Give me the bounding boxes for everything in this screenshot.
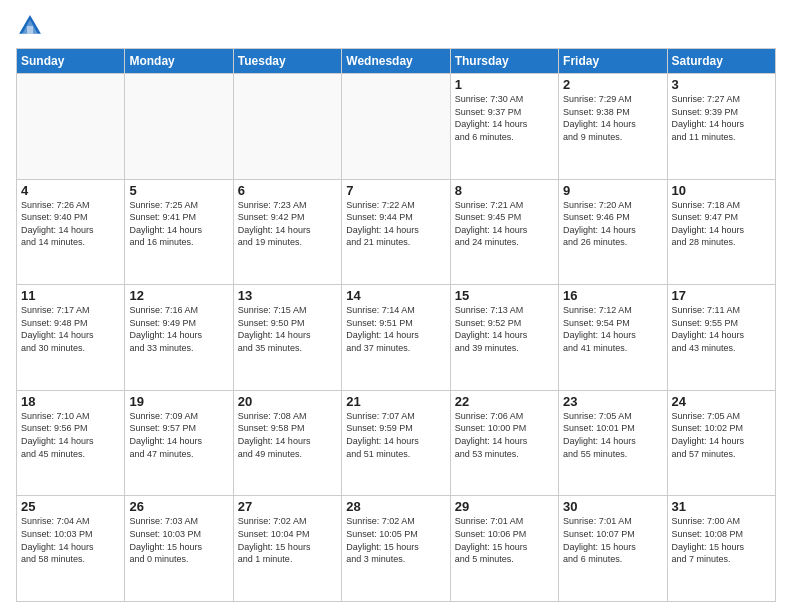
day-cell: 19Sunrise: 7:09 AM Sunset: 9:57 PM Dayli…	[125, 390, 233, 496]
day-cell	[233, 74, 341, 180]
day-number: 15	[455, 288, 554, 303]
day-number: 10	[672, 183, 771, 198]
weekday-tuesday: Tuesday	[233, 49, 341, 74]
day-cell: 11Sunrise: 7:17 AM Sunset: 9:48 PM Dayli…	[17, 285, 125, 391]
day-cell: 21Sunrise: 7:07 AM Sunset: 9:59 PM Dayli…	[342, 390, 450, 496]
day-info: Sunrise: 7:04 AM Sunset: 10:03 PM Daylig…	[21, 515, 120, 565]
day-cell: 13Sunrise: 7:15 AM Sunset: 9:50 PM Dayli…	[233, 285, 341, 391]
day-info: Sunrise: 7:00 AM Sunset: 10:08 PM Daylig…	[672, 515, 771, 565]
day-cell: 6Sunrise: 7:23 AM Sunset: 9:42 PM Daylig…	[233, 179, 341, 285]
day-number: 7	[346, 183, 445, 198]
weekday-monday: Monday	[125, 49, 233, 74]
day-cell: 1Sunrise: 7:30 AM Sunset: 9:37 PM Daylig…	[450, 74, 558, 180]
day-cell: 18Sunrise: 7:10 AM Sunset: 9:56 PM Dayli…	[17, 390, 125, 496]
day-info: Sunrise: 7:30 AM Sunset: 9:37 PM Dayligh…	[455, 93, 554, 143]
day-cell: 5Sunrise: 7:25 AM Sunset: 9:41 PM Daylig…	[125, 179, 233, 285]
day-info: Sunrise: 7:25 AM Sunset: 9:41 PM Dayligh…	[129, 199, 228, 249]
day-info: Sunrise: 7:11 AM Sunset: 9:55 PM Dayligh…	[672, 304, 771, 354]
day-cell: 12Sunrise: 7:16 AM Sunset: 9:49 PM Dayli…	[125, 285, 233, 391]
day-number: 27	[238, 499, 337, 514]
day-number: 4	[21, 183, 120, 198]
day-info: Sunrise: 7:14 AM Sunset: 9:51 PM Dayligh…	[346, 304, 445, 354]
header	[16, 12, 776, 40]
day-cell: 28Sunrise: 7:02 AM Sunset: 10:05 PM Dayl…	[342, 496, 450, 602]
svg-rect-2	[27, 26, 33, 34]
logo	[16, 12, 48, 40]
day-cell: 8Sunrise: 7:21 AM Sunset: 9:45 PM Daylig…	[450, 179, 558, 285]
day-number: 28	[346, 499, 445, 514]
weekday-friday: Friday	[559, 49, 667, 74]
day-info: Sunrise: 7:10 AM Sunset: 9:56 PM Dayligh…	[21, 410, 120, 460]
week-row-1: 1Sunrise: 7:30 AM Sunset: 9:37 PM Daylig…	[17, 74, 776, 180]
day-number: 5	[129, 183, 228, 198]
day-number: 20	[238, 394, 337, 409]
day-info: Sunrise: 7:23 AM Sunset: 9:42 PM Dayligh…	[238, 199, 337, 249]
day-info: Sunrise: 7:15 AM Sunset: 9:50 PM Dayligh…	[238, 304, 337, 354]
day-number: 21	[346, 394, 445, 409]
weekday-saturday: Saturday	[667, 49, 775, 74]
day-info: Sunrise: 7:16 AM Sunset: 9:49 PM Dayligh…	[129, 304, 228, 354]
day-number: 6	[238, 183, 337, 198]
page: SundayMondayTuesdayWednesdayThursdayFrid…	[0, 0, 792, 612]
day-cell: 31Sunrise: 7:00 AM Sunset: 10:08 PM Dayl…	[667, 496, 775, 602]
day-cell	[125, 74, 233, 180]
day-info: Sunrise: 7:26 AM Sunset: 9:40 PM Dayligh…	[21, 199, 120, 249]
day-number: 29	[455, 499, 554, 514]
day-number: 9	[563, 183, 662, 198]
day-info: Sunrise: 7:13 AM Sunset: 9:52 PM Dayligh…	[455, 304, 554, 354]
weekday-thursday: Thursday	[450, 49, 558, 74]
day-number: 12	[129, 288, 228, 303]
day-number: 3	[672, 77, 771, 92]
day-cell: 2Sunrise: 7:29 AM Sunset: 9:38 PM Daylig…	[559, 74, 667, 180]
weekday-sunday: Sunday	[17, 49, 125, 74]
day-info: Sunrise: 7:18 AM Sunset: 9:47 PM Dayligh…	[672, 199, 771, 249]
day-number: 2	[563, 77, 662, 92]
day-info: Sunrise: 7:08 AM Sunset: 9:58 PM Dayligh…	[238, 410, 337, 460]
day-cell: 7Sunrise: 7:22 AM Sunset: 9:44 PM Daylig…	[342, 179, 450, 285]
day-number: 11	[21, 288, 120, 303]
day-cell: 3Sunrise: 7:27 AM Sunset: 9:39 PM Daylig…	[667, 74, 775, 180]
day-number: 26	[129, 499, 228, 514]
day-cell: 14Sunrise: 7:14 AM Sunset: 9:51 PM Dayli…	[342, 285, 450, 391]
day-cell: 16Sunrise: 7:12 AM Sunset: 9:54 PM Dayli…	[559, 285, 667, 391]
day-cell: 20Sunrise: 7:08 AM Sunset: 9:58 PM Dayli…	[233, 390, 341, 496]
day-cell: 22Sunrise: 7:06 AM Sunset: 10:00 PM Dayl…	[450, 390, 558, 496]
day-cell: 4Sunrise: 7:26 AM Sunset: 9:40 PM Daylig…	[17, 179, 125, 285]
day-cell: 23Sunrise: 7:05 AM Sunset: 10:01 PM Dayl…	[559, 390, 667, 496]
day-cell: 26Sunrise: 7:03 AM Sunset: 10:03 PM Dayl…	[125, 496, 233, 602]
calendar: SundayMondayTuesdayWednesdayThursdayFrid…	[16, 48, 776, 602]
week-row-4: 18Sunrise: 7:10 AM Sunset: 9:56 PM Dayli…	[17, 390, 776, 496]
day-cell: 9Sunrise: 7:20 AM Sunset: 9:46 PM Daylig…	[559, 179, 667, 285]
day-number: 16	[563, 288, 662, 303]
day-cell: 17Sunrise: 7:11 AM Sunset: 9:55 PM Dayli…	[667, 285, 775, 391]
day-info: Sunrise: 7:07 AM Sunset: 9:59 PM Dayligh…	[346, 410, 445, 460]
day-info: Sunrise: 7:01 AM Sunset: 10:07 PM Daylig…	[563, 515, 662, 565]
day-number: 22	[455, 394, 554, 409]
day-number: 17	[672, 288, 771, 303]
day-info: Sunrise: 7:01 AM Sunset: 10:06 PM Daylig…	[455, 515, 554, 565]
day-info: Sunrise: 7:20 AM Sunset: 9:46 PM Dayligh…	[563, 199, 662, 249]
day-info: Sunrise: 7:27 AM Sunset: 9:39 PM Dayligh…	[672, 93, 771, 143]
day-number: 31	[672, 499, 771, 514]
day-number: 23	[563, 394, 662, 409]
day-number: 30	[563, 499, 662, 514]
day-number: 18	[21, 394, 120, 409]
weekday-wednesday: Wednesday	[342, 49, 450, 74]
day-cell	[17, 74, 125, 180]
day-number: 1	[455, 77, 554, 92]
day-cell: 30Sunrise: 7:01 AM Sunset: 10:07 PM Dayl…	[559, 496, 667, 602]
weekday-header-row: SundayMondayTuesdayWednesdayThursdayFrid…	[17, 49, 776, 74]
day-number: 14	[346, 288, 445, 303]
day-info: Sunrise: 7:02 AM Sunset: 10:04 PM Daylig…	[238, 515, 337, 565]
day-info: Sunrise: 7:29 AM Sunset: 9:38 PM Dayligh…	[563, 93, 662, 143]
day-cell: 25Sunrise: 7:04 AM Sunset: 10:03 PM Dayl…	[17, 496, 125, 602]
week-row-5: 25Sunrise: 7:04 AM Sunset: 10:03 PM Dayl…	[17, 496, 776, 602]
week-row-3: 11Sunrise: 7:17 AM Sunset: 9:48 PM Dayli…	[17, 285, 776, 391]
day-cell: 10Sunrise: 7:18 AM Sunset: 9:47 PM Dayli…	[667, 179, 775, 285]
day-info: Sunrise: 7:03 AM Sunset: 10:03 PM Daylig…	[129, 515, 228, 565]
day-cell: 29Sunrise: 7:01 AM Sunset: 10:06 PM Dayl…	[450, 496, 558, 602]
day-number: 8	[455, 183, 554, 198]
week-row-2: 4Sunrise: 7:26 AM Sunset: 9:40 PM Daylig…	[17, 179, 776, 285]
day-info: Sunrise: 7:06 AM Sunset: 10:00 PM Daylig…	[455, 410, 554, 460]
day-number: 24	[672, 394, 771, 409]
